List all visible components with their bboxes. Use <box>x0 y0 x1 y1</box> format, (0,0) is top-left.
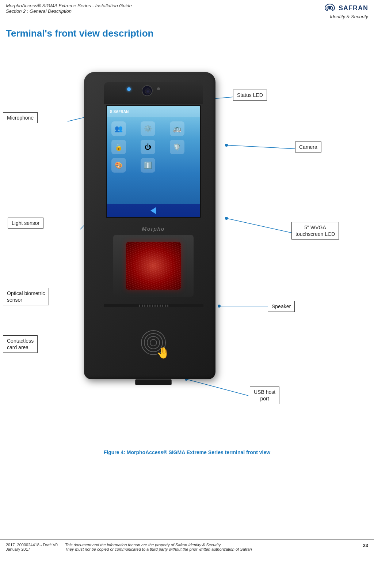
footer-copyright-1: This document and the information therei… <box>65 543 356 547</box>
screen-icons: 👥 ⚙️ 🚌 🔒 ⏻ 🛡️ 🎨 ℹ️ <box>107 117 200 177</box>
fingerprint-sensor <box>126 242 181 290</box>
microphone-label: Microphone <box>3 112 38 123</box>
lcd-line2: touchscreen LCD <box>295 231 335 237</box>
screen-icon-4: 🔒 <box>111 140 126 154</box>
device-status-led <box>127 87 131 91</box>
device-speaker-grille <box>104 304 203 307</box>
screen-icon-5: ⏻ <box>141 140 155 154</box>
footer-copyright-2: They must not be copied or communicated … <box>65 547 356 551</box>
footer-page-number: 23 <box>363 543 368 548</box>
screen-icon-3: 🚌 <box>170 121 184 136</box>
svg-point-0 <box>328 7 331 10</box>
header-identity: Identity & Security <box>330 14 368 19</box>
footer-doc-number: 2017_2000024418 - Draft V0 <box>6 543 58 547</box>
figure-caption: Figure 4: MorphoAccess® SIGMA Extreme Se… <box>0 445 374 466</box>
optical-biometric-label: Optical biometric sensor <box>3 288 49 305</box>
light-sensor-label: Light sensor <box>8 218 43 229</box>
device-body: S SAFRAN 👥 ⚙️ 🚌 🔒 ⏻ 🛡️ 🎨 ℹ️ <box>84 72 215 379</box>
contactless-label: Contactless card area <box>3 335 38 353</box>
device-top-panel <box>104 82 203 104</box>
speaker-label: Speaker <box>268 301 295 312</box>
device-contactless-area: 🤚 <box>113 321 194 365</box>
usb-host-port-label: USB host port <box>250 387 279 404</box>
usb-line2: port <box>260 396 269 402</box>
page-title: Terminal's front view description <box>0 21 374 43</box>
page-header: MorphoAccess® SIGMA Extreme Series - Ins… <box>0 0 374 21</box>
device-microphone-dot <box>157 87 160 90</box>
device-camera-lens <box>142 85 153 96</box>
device-fingerprint-area <box>113 235 194 297</box>
lcd-line1: 5" WVGA <box>304 225 326 230</box>
device-screen: S SAFRAN 👥 ⚙️ 🚌 🔒 ⏻ 🛡️ 🎨 ℹ️ <box>106 105 201 218</box>
contactless-waves: 🤚 <box>139 328 168 357</box>
device-morpho-label: Morpho <box>124 226 183 232</box>
camera-label: Camera <box>295 142 321 152</box>
screen-icon-7: 🎨 <box>111 158 126 173</box>
footer-center: This document and the information therei… <box>58 543 363 551</box>
status-led-label: Status LED <box>233 90 267 101</box>
section-title: Section 2 : General Description <box>6 8 132 14</box>
screen-icon-2: ⚙️ <box>141 121 155 136</box>
wave-hand-icon: 🤚 <box>156 346 170 359</box>
footer-left: 2017_2000024418 - Draft V0 January 2017 <box>6 543 58 551</box>
screen-top-bar: S SAFRAN <box>107 106 200 117</box>
screen-icon-8: ℹ️ <box>141 158 155 173</box>
safran-logo: SAFRAN <box>323 3 368 13</box>
optical-line2: sensor <box>7 297 22 303</box>
contactless-line2: card area <box>7 344 28 350</box>
contactless-line1: Contactless <box>7 338 34 344</box>
device-usb-port <box>135 379 172 385</box>
footer-date: January 2017 <box>6 547 58 551</box>
svg-line-9 <box>226 218 292 233</box>
optical-line1: Optical biometric <box>7 290 45 296</box>
safran-logo-icon <box>323 3 336 13</box>
header-left: MorphoAccess® SIGMA Extreme Series - Ins… <box>6 3 132 14</box>
usb-line1: USB host <box>254 389 275 395</box>
page-footer: 2017_2000024418 - Draft V0 January 2017 … <box>0 539 374 554</box>
brand-name: SAFRAN <box>339 4 368 12</box>
screen-icon-6: 🛡️ <box>170 140 184 154</box>
device-container: S SAFRAN 👥 ⚙️ 🚌 🔒 ⏻ 🛡️ 🎨 ℹ️ <box>73 65 226 394</box>
screen-back-arrow <box>150 207 156 214</box>
screen-bottom-bar <box>107 204 200 217</box>
lcd-label: 5" WVGA touchscreen LCD <box>291 222 339 240</box>
screen-icon-1: 👥 <box>111 121 126 136</box>
svg-line-5 <box>226 145 296 149</box>
page-wrapper: MorphoAccess® SIGMA Extreme Series - Ins… <box>0 0 374 588</box>
doc-title: MorphoAccess® SIGMA Extreme Series - Ins… <box>6 3 132 8</box>
screen-brand-text: S SAFRAN <box>110 110 129 114</box>
fingerprint-pattern <box>126 242 181 290</box>
header-right: SAFRAN Identity & Security <box>323 3 368 19</box>
diagram-area: S SAFRAN 👥 ⚙️ 🚌 🔒 ⏻ 🛡️ 🎨 ℹ️ <box>0 43 374 445</box>
